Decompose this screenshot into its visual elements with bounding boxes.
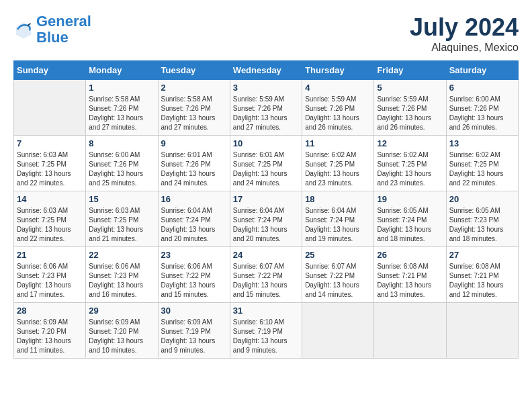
- calendar-week-2: 7Sunrise: 6:03 AMSunset: 7:25 PMDaylight…: [14, 136, 519, 191]
- day-info: Sunrise: 6:03 AMSunset: 7:25 PMDaylight:…: [89, 206, 154, 244]
- day-info: Sunrise: 6:05 AMSunset: 7:24 PMDaylight:…: [377, 206, 443, 244]
- day-info: Sunrise: 6:07 AMSunset: 7:22 PMDaylight:…: [305, 262, 371, 300]
- day-info: Sunrise: 6:04 AMSunset: 7:24 PMDaylight:…: [233, 206, 299, 244]
- calendar-cell: 17Sunrise: 6:04 AMSunset: 7:24 PMDayligh…: [230, 191, 302, 247]
- calendar-cell: 29Sunrise: 6:09 AMSunset: 7:20 PMDayligh…: [86, 303, 158, 359]
- calendar-cell: 23Sunrise: 6:06 AMSunset: 7:22 PMDayligh…: [158, 247, 230, 303]
- calendar-cell: 11Sunrise: 6:02 AMSunset: 7:25 PMDayligh…: [302, 136, 374, 191]
- day-number: 31: [233, 306, 299, 316]
- day-number: 10: [233, 138, 299, 148]
- day-number: 14: [17, 194, 83, 204]
- calendar-cell: [14, 80, 86, 136]
- day-number: 11: [305, 138, 371, 148]
- calendar-cell: 13Sunrise: 6:02 AMSunset: 7:25 PMDayligh…: [446, 136, 518, 191]
- day-info: Sunrise: 5:58 AMSunset: 7:26 PMDaylight:…: [89, 95, 154, 132]
- day-info: Sunrise: 6:08 AMSunset: 7:21 PMDaylight:…: [449, 262, 515, 300]
- day-info: Sunrise: 6:04 AMSunset: 7:24 PMDaylight:…: [305, 206, 371, 244]
- day-number: 20: [449, 194, 515, 204]
- day-info: Sunrise: 6:02 AMSunset: 7:25 PMDaylight:…: [377, 150, 443, 188]
- col-sunday: Sunday: [14, 61, 86, 80]
- calendar-cell: 9Sunrise: 6:01 AMSunset: 7:26 PMDaylight…: [158, 136, 230, 191]
- day-number: 8: [89, 138, 154, 148]
- col-monday: Monday: [86, 61, 158, 80]
- day-number: 24: [233, 250, 299, 260]
- day-info: Sunrise: 5:59 AMSunset: 7:26 PMDaylight:…: [233, 95, 299, 132]
- calendar-cell: 1Sunrise: 5:58 AMSunset: 7:26 PMDaylight…: [86, 80, 158, 136]
- day-number: 18: [305, 194, 371, 204]
- col-friday: Friday: [374, 61, 446, 80]
- calendar-cell: 19Sunrise: 6:05 AMSunset: 7:24 PMDayligh…: [374, 191, 446, 247]
- day-info: Sunrise: 6:00 AMSunset: 7:26 PMDaylight:…: [449, 95, 515, 132]
- col-thursday: Thursday: [302, 61, 374, 80]
- day-info: Sunrise: 6:10 AMSunset: 7:19 PMDaylight:…: [233, 318, 299, 355]
- calendar-cell: 25Sunrise: 6:07 AMSunset: 7:22 PMDayligh…: [302, 247, 374, 303]
- day-number: 23: [161, 250, 227, 260]
- calendar-cell: 7Sunrise: 6:03 AMSunset: 7:25 PMDaylight…: [14, 136, 86, 191]
- calendar-week-1: 1Sunrise: 5:58 AMSunset: 7:26 PMDaylight…: [14, 80, 519, 136]
- col-wednesday: Wednesday: [230, 61, 302, 80]
- day-number: 9: [161, 138, 227, 148]
- logo: General Blue: [13, 13, 91, 46]
- calendar-body: 1Sunrise: 5:58 AMSunset: 7:26 PMDaylight…: [14, 80, 519, 359]
- day-number: 12: [377, 138, 443, 148]
- day-number: 2: [161, 83, 227, 93]
- day-info: Sunrise: 6:01 AMSunset: 7:26 PMDaylight:…: [161, 150, 227, 188]
- calendar-cell: 26Sunrise: 6:08 AMSunset: 7:21 PMDayligh…: [374, 247, 446, 303]
- day-info: Sunrise: 6:08 AMSunset: 7:21 PMDaylight:…: [377, 262, 443, 300]
- day-number: 15: [89, 194, 154, 204]
- calendar-cell: 8Sunrise: 6:00 AMSunset: 7:26 PMDaylight…: [86, 136, 158, 191]
- calendar-cell: 3Sunrise: 5:59 AMSunset: 7:26 PMDaylight…: [230, 80, 302, 136]
- day-info: Sunrise: 6:06 AMSunset: 7:22 PMDaylight:…: [161, 262, 227, 300]
- col-tuesday: Tuesday: [158, 61, 230, 80]
- calendar-cell: 21Sunrise: 6:06 AMSunset: 7:23 PMDayligh…: [14, 247, 86, 303]
- day-number: 4: [305, 83, 371, 93]
- day-number: 28: [17, 306, 83, 316]
- calendar-cell: 10Sunrise: 6:01 AMSunset: 7:25 PMDayligh…: [230, 136, 302, 191]
- calendar-cell: 22Sunrise: 6:06 AMSunset: 7:23 PMDayligh…: [86, 247, 158, 303]
- day-number: 1: [89, 83, 154, 93]
- calendar-header: Sunday Monday Tuesday Wednesday Thursday…: [14, 61, 519, 80]
- logo-line2: Blue: [36, 29, 69, 46]
- days-of-week-row: Sunday Monday Tuesday Wednesday Thursday…: [14, 61, 519, 80]
- day-number: 5: [377, 83, 443, 93]
- calendar-cell: 15Sunrise: 6:03 AMSunset: 7:25 PMDayligh…: [86, 191, 158, 247]
- day-info: Sunrise: 6:06 AMSunset: 7:23 PMDaylight:…: [89, 262, 154, 300]
- day-number: 30: [161, 306, 227, 316]
- day-info: Sunrise: 6:07 AMSunset: 7:22 PMDaylight:…: [233, 262, 299, 300]
- day-number: 13: [449, 138, 515, 148]
- day-number: 19: [377, 194, 443, 204]
- calendar-week-3: 14Sunrise: 6:03 AMSunset: 7:25 PMDayligh…: [14, 191, 519, 247]
- day-number: 17: [233, 194, 299, 204]
- main-title: July 2024: [410, 13, 519, 42]
- day-number: 7: [17, 138, 83, 148]
- col-saturday: Saturday: [446, 61, 518, 80]
- day-info: Sunrise: 6:02 AMSunset: 7:25 PMDaylight:…: [449, 150, 515, 188]
- day-number: 25: [305, 250, 371, 260]
- calendar-week-5: 28Sunrise: 6:09 AMSunset: 7:20 PMDayligh…: [14, 303, 519, 359]
- day-number: 3: [233, 83, 299, 93]
- calendar-cell: 4Sunrise: 5:59 AMSunset: 7:26 PMDaylight…: [302, 80, 374, 136]
- day-info: Sunrise: 6:09 AMSunset: 7:20 PMDaylight:…: [89, 318, 154, 355]
- logo-icon: [13, 19, 34, 40]
- calendar-cell: 28Sunrise: 6:09 AMSunset: 7:20 PMDayligh…: [14, 303, 86, 359]
- calendar-table: Sunday Monday Tuesday Wednesday Thursday…: [13, 60, 519, 359]
- calendar-cell: [302, 303, 374, 359]
- day-info: Sunrise: 6:09 AMSunset: 7:19 PMDaylight:…: [161, 318, 227, 355]
- calendar-cell: 31Sunrise: 6:10 AMSunset: 7:19 PMDayligh…: [230, 303, 302, 359]
- calendar-cell: 30Sunrise: 6:09 AMSunset: 7:19 PMDayligh…: [158, 303, 230, 359]
- day-number: 26: [377, 250, 443, 260]
- calendar-cell: 5Sunrise: 5:59 AMSunset: 7:26 PMDaylight…: [374, 80, 446, 136]
- calendar-week-4: 21Sunrise: 6:06 AMSunset: 7:23 PMDayligh…: [14, 247, 519, 303]
- calendar-cell: 14Sunrise: 6:03 AMSunset: 7:25 PMDayligh…: [14, 191, 86, 247]
- day-info: Sunrise: 6:09 AMSunset: 7:20 PMDaylight:…: [17, 318, 83, 355]
- day-info: Sunrise: 5:59 AMSunset: 7:26 PMDaylight:…: [377, 95, 443, 132]
- day-number: 6: [449, 83, 515, 93]
- calendar-cell: [374, 303, 446, 359]
- calendar-cell: 20Sunrise: 6:05 AMSunset: 7:23 PMDayligh…: [446, 191, 518, 247]
- day-number: 22: [89, 250, 154, 260]
- calendar-cell: 18Sunrise: 6:04 AMSunset: 7:24 PMDayligh…: [302, 191, 374, 247]
- day-number: 29: [89, 306, 154, 316]
- day-info: Sunrise: 6:05 AMSunset: 7:23 PMDaylight:…: [449, 206, 515, 244]
- day-info: Sunrise: 6:03 AMSunset: 7:25 PMDaylight:…: [17, 150, 83, 188]
- calendar-cell: 16Sunrise: 6:04 AMSunset: 7:24 PMDayligh…: [158, 191, 230, 247]
